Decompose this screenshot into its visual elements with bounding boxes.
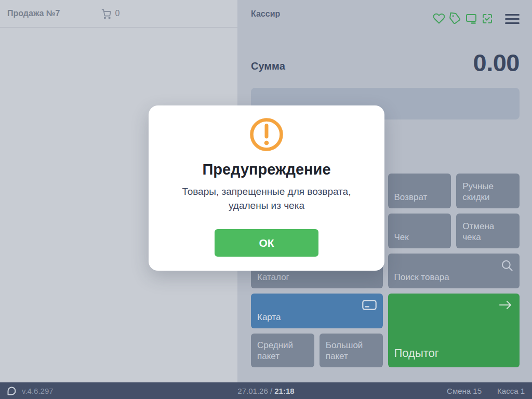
return-button-label: Возврат <box>394 192 428 203</box>
modal-message-line2: удалены из чека <box>149 199 384 213</box>
cart-counter: 0 <box>101 8 120 19</box>
warning-icon <box>149 116 384 153</box>
search-product-button-label: Поиск товара <box>394 272 449 283</box>
receipt-button[interactable]: Чек <box>388 214 451 248</box>
status-date: 27.01.26 <box>237 387 268 395</box>
subtotal-button-label: Подытог <box>394 346 439 361</box>
status-bar-datetime: 27.01.26 / 21:18 <box>0 387 532 395</box>
pos-app: Продажа №7 0 Кассир <box>0 0 532 399</box>
manual-discounts-button-label: Ручные скидки <box>462 181 514 204</box>
ok-button[interactable]: ОК <box>215 229 318 257</box>
large-bag-button-label: Большой пакет <box>326 340 378 363</box>
catalog-button-label: Каталог <box>257 272 289 283</box>
status-time: 21:18 <box>274 387 294 395</box>
modal-title: Предупреждение <box>149 161 384 178</box>
modal-message: Товары, запрещенные для возврата, удален… <box>149 185 384 212</box>
medium-bag-button[interactable]: Средний пакет <box>251 334 314 367</box>
sum-label: Сумма <box>251 60 285 76</box>
warning-modal: Предупреждение Товары, запрещенные для в… <box>149 105 384 271</box>
arrow-right-icon <box>497 298 514 312</box>
scan-check-icon[interactable] <box>481 12 494 25</box>
credit-card-icon <box>362 298 377 312</box>
cancel-receipt-button[interactable]: Отмена чека <box>456 214 520 248</box>
shopping-cart-icon <box>101 8 112 19</box>
modal-message-line1: Товары, запрещенные для возврата, <box>149 185 384 199</box>
cashier-label: Кассир <box>251 9 280 19</box>
menu-icon[interactable] <box>505 12 520 25</box>
card-payment-button-label: Карта <box>257 312 281 323</box>
cart-count: 0 <box>115 9 120 18</box>
header-icons <box>433 12 520 25</box>
display-icon[interactable] <box>465 12 477 25</box>
large-bag-button[interactable]: Большой пакет <box>320 334 383 367</box>
search-icon <box>500 258 514 272</box>
status-separator: / <box>268 387 275 395</box>
search-product-button[interactable]: Поиск товара <box>388 254 520 288</box>
manual-discounts-button[interactable]: Ручные скидки <box>456 174 520 208</box>
sale-title: Продажа №7 <box>7 9 60 18</box>
receipt-header: Продажа №7 0 <box>0 0 237 28</box>
receipt-button-label: Чек <box>394 232 409 243</box>
sum-row: Сумма 0.00 <box>251 49 520 76</box>
status-bar: v.4.6.297 27.01.26 / 21:18 Смена 15 Касс… <box>0 382 532 399</box>
medium-bag-button-label: Средний пакет <box>257 340 309 363</box>
tag-icon[interactable] <box>449 12 461 25</box>
cancel-receipt-button-label: Отмена чека <box>462 221 514 244</box>
return-button[interactable]: Возврат <box>388 174 451 208</box>
subtotal-button[interactable]: Подытог <box>388 294 520 367</box>
sum-value: 0.00 <box>473 50 520 76</box>
card-payment-button[interactable]: Карта <box>251 294 383 328</box>
heart-icon[interactable] <box>433 12 445 25</box>
